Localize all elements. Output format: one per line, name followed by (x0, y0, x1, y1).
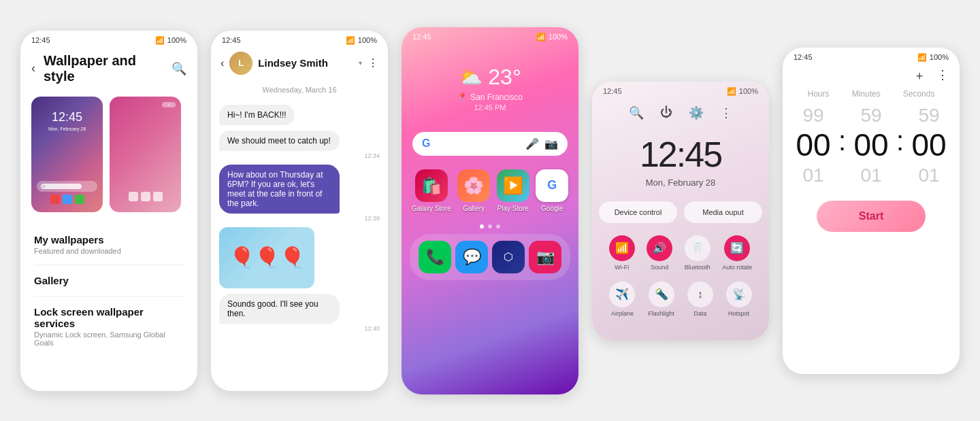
screens-container: 12:45 📶 100% ‹ Wallpaper and style 🔍 12:… (0, 0, 980, 421)
screen-wallpaper: 12:45 📶 100% ‹ Wallpaper and style 🔍 12:… (20, 31, 197, 391)
weather-city: 📍 San Francisco (457, 92, 523, 102)
lock-screen-thumb[interactable]: 12:45 Mon, February 28 G (31, 97, 103, 212)
lock-thumb-date: Mon, February 28 (48, 127, 86, 131)
lock-services-label: Lock screen wallpaper services (34, 306, 184, 329)
quick-toggles-row2: ✈️ Airplane 🔦 Flashlight ↕️ Data 📡 Hotsp… (592, 276, 769, 322)
home-screen-thumb[interactable]: ✓ (110, 97, 181, 212)
time-1: 12:45 (31, 36, 50, 44)
add-icon[interactable]: ＋ (913, 67, 926, 84)
power-icon-lock[interactable]: ⏻ (660, 105, 672, 120)
time-4: 12:45 (603, 87, 622, 95)
msg-3-wrap: How about on Thursday at 6PM? If you are… (219, 165, 380, 222)
hours-below: 01 (802, 164, 823, 187)
dock-phone[interactable]: 📞 (419, 241, 451, 273)
lock-thumb-time: 12:45 (52, 110, 82, 124)
app-play-store[interactable]: ▶️ Play Store (497, 169, 529, 212)
toggle-data[interactable]: ↕️ Data (687, 282, 713, 317)
battery-2: 100% (358, 36, 377, 44)
app-icons-row: 🛍️ Galaxy Store 🌸 Gallery ▶️ Play Store … (402, 169, 578, 212)
msg-2: We should meet to catch up! (219, 131, 340, 151)
wallpaper-title: Wallpaper and style (44, 53, 163, 84)
time-3: 12:45 (412, 33, 431, 41)
wifi-toggle-circle: 📶 (609, 235, 635, 261)
media-output-btn[interactable]: Media ouput (684, 201, 762, 223)
weather-icon-temp: ⛅ 23° (459, 65, 521, 90)
google-icon: G (536, 169, 568, 202)
dock-messages[interactable]: 💬 (455, 241, 488, 273)
galaxy-store-icon: 🛍️ (415, 169, 448, 202)
lens-icon[interactable]: 📷 (544, 137, 558, 150)
more-icon-timer[interactable]: ⋮ (936, 67, 949, 84)
home-bg: 12:45 📶 100% ⛅ 23° 📍 San Francisco 12:45… (402, 27, 578, 394)
my-wallpapers-label: My wallpapers (34, 234, 184, 246)
search-bar[interactable]: G 🎤 📷 (412, 132, 568, 156)
dock-camera[interactable]: 📷 (529, 241, 561, 273)
menu-items: My wallpapers Featured and downloaded Ga… (20, 219, 197, 362)
start-button[interactable]: Start (817, 201, 926, 232)
back-icon-1[interactable]: ‹ (31, 61, 35, 75)
toggle-autorotate[interactable]: 🔄 Auto rotate (722, 235, 752, 271)
seconds-scroll[interactable]: 59 00 01 (905, 104, 953, 187)
msg-5: Sounds good. I'll see you then. (219, 294, 340, 324)
minutes-scroll[interactable]: 59 00 01 (847, 104, 895, 187)
device-control-btn[interactable]: Device control (599, 201, 677, 223)
weather-time: 12:45 PM (474, 103, 506, 112)
search-icon-lock[interactable]: 🔍 (629, 105, 644, 120)
bluetooth-toggle-label: Bluetooth (685, 264, 710, 271)
toggle-sound[interactable]: 🔊 Sound (647, 235, 672, 271)
dock-samsung[interactable]: ⬡ (492, 241, 525, 273)
lock-services-sub: Dynamic Lock screen, Samsung Global Goal… (34, 331, 184, 347)
hours-label: Hours (808, 89, 830, 99)
wifi-icon-3: 📶 (536, 33, 546, 41)
page-dots (402, 224, 578, 229)
more-icon[interactable]: ⋮ (368, 56, 378, 69)
battery-4: 100% (739, 87, 758, 95)
menu-my-wallpapers[interactable]: My wallpapers Featured and downloaded (20, 224, 197, 265)
toggle-bluetooth[interactable]: 🦷 Bluetooth (685, 235, 710, 271)
bottom-dock: 📞 💬 ⬡ 📷 (410, 234, 570, 280)
data-toggle-circle: ↕️ (687, 282, 713, 307)
hours-scroll[interactable]: 99 00 01 (789, 104, 837, 187)
battery-5: 100% (930, 53, 949, 61)
dot-2 (488, 224, 492, 229)
more-icon-lock[interactable]: ⋮ (720, 105, 732, 120)
balloons-icon: 🎈🎈🎈 (229, 246, 305, 269)
bluetooth-toggle-circle: 🦷 (685, 235, 710, 261)
status-bar-3: 12:45 📶 100% (402, 27, 578, 44)
lock-thumb-icons (50, 195, 84, 204)
settings-icon-lock[interactable]: ⚙️ (689, 105, 704, 120)
toggle-airplane[interactable]: ✈️ Airplane (609, 282, 635, 317)
hotspot-toggle-label: Hotspot (728, 310, 749, 317)
toggle-hotspot[interactable]: 📡 Hotspot (726, 282, 752, 317)
dot-1 (480, 224, 484, 229)
screen-home: 12:45 📶 100% ⛅ 23° 📍 San Francisco 12:45… (402, 27, 578, 394)
lock-time: 12:45 (592, 127, 769, 178)
msg-2-time: 12:34 (219, 152, 380, 159)
hours-active: 00 (796, 127, 830, 164)
chevron-down-icon[interactable]: ▾ (359, 59, 362, 67)
toggle-flashlight[interactable]: 🔦 Flashlight (648, 282, 674, 317)
messages-header: ‹ L Lindsey Smith ▾ ⋮ (211, 48, 388, 79)
screen-lock: 12:45 📶 100% 🔍 ⏻ ⚙️ ⋮ 12:45 Mon, Februar… (592, 82, 769, 340)
battery-1: 100% (167, 36, 186, 44)
message-date: Wednesday, March 16 (211, 79, 388, 101)
search-icon-1[interactable]: 🔍 (172, 61, 186, 76)
weather-icon: ⛅ (459, 66, 483, 88)
menu-gallery[interactable]: Gallery (20, 265, 197, 296)
msg-2-wrap: We should meet to catch up! 12:34 (219, 131, 380, 159)
msg-5-wrap: Sounds good. I'll see you then. 12:40 (219, 294, 380, 332)
quick-toggles-row1: 📶 Wi-Fi 🔊 Sound 🦷 Bluetooth 🔄 Auto rotat… (592, 230, 769, 276)
contact-avatar: L (229, 52, 252, 75)
back-icon-2[interactable]: ‹ (220, 57, 224, 69)
minutes-below: 01 (860, 164, 881, 187)
play-store-label: Play Store (497, 205, 529, 212)
location-icon: 📍 (457, 92, 468, 102)
app-galaxy-store[interactable]: 🛍️ Galaxy Store (412, 169, 451, 212)
toggle-wifi[interactable]: 📶 Wi-Fi (609, 235, 635, 271)
mic-icon[interactable]: 🎤 (525, 137, 539, 150)
hours-above: 99 (802, 104, 823, 127)
app-google[interactable]: G Google (536, 169, 568, 212)
menu-lock-services[interactable]: Lock screen wallpaper services Dynamic L… (20, 297, 197, 356)
lock-date: Mon, February 28 (592, 178, 769, 188)
app-gallery[interactable]: 🌸 Gallery (457, 169, 490, 212)
